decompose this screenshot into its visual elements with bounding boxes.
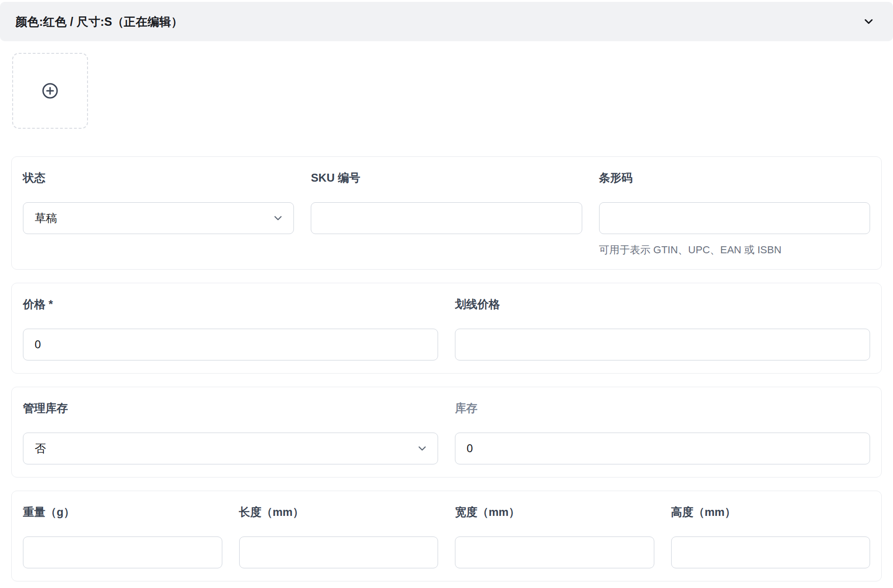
barcode-helper-text: 可用于表示 GTIN、UPC、EAN 或 ISBN <box>599 243 870 257</box>
length-input[interactable] <box>239 537 439 568</box>
manage-stock-select-value: 否 <box>35 441 46 456</box>
sku-field: SKU 编号 <box>311 171 582 257</box>
stock-input[interactable] <box>455 433 870 464</box>
chevron-down-icon[interactable] <box>862 15 875 28</box>
manage-stock-field: 管理库存 否 <box>23 401 438 464</box>
stock-field: 库存 <box>455 401 870 464</box>
width-input[interactable] <box>455 537 654 568</box>
sku-input[interactable] <box>311 202 582 234</box>
barcode-field: 条形码 可用于表示 GTIN、UPC、EAN 或 ISBN <box>599 171 870 257</box>
inventory-card: 管理库存 否 库存 <box>11 387 882 478</box>
price-label: 价格 * <box>23 297 438 311</box>
status-select-value: 草稿 <box>35 211 57 226</box>
stock-label: 库存 <box>455 401 870 415</box>
details-card: 状态 草稿 SKU 编号 条形码 可用于表示 GTIN、UPC、EAN 或 IS… <box>11 156 882 270</box>
height-label: 高度（mm） <box>671 505 871 519</box>
price-field: 价格 * <box>23 297 438 360</box>
barcode-label: 条形码 <box>599 171 870 185</box>
status-select[interactable]: 草稿 <box>23 202 294 234</box>
weight-label: 重量（g） <box>23 505 222 519</box>
barcode-input[interactable] <box>599 202 870 234</box>
height-field: 高度（mm） <box>671 505 871 568</box>
sku-label: SKU 编号 <box>311 171 582 185</box>
chevron-down-icon <box>272 212 284 224</box>
variant-media-row <box>12 53 893 129</box>
pricing-card: 价格 * 划线价格 <box>11 283 882 374</box>
chevron-down-icon <box>416 442 428 455</box>
price-input[interactable] <box>23 329 438 360</box>
compare-at-price-input[interactable] <box>455 329 870 360</box>
width-field: 宽度（mm） <box>455 505 654 568</box>
dimensions-card: 重量（g） 长度（mm） 宽度（mm） 高度（mm） <box>11 491 882 581</box>
manage-stock-label: 管理库存 <box>23 401 438 415</box>
plus-circle-icon <box>42 82 59 99</box>
weight-input[interactable] <box>23 537 222 568</box>
length-field: 长度（mm） <box>239 505 439 568</box>
height-input[interactable] <box>671 537 871 568</box>
compare-at-price-label: 划线价格 <box>455 297 870 311</box>
status-field: 状态 草稿 <box>23 171 294 257</box>
width-label: 宽度（mm） <box>455 505 654 519</box>
manage-stock-select[interactable]: 否 <box>23 433 438 464</box>
variant-title: 颜色:红色 / 尺寸:S（正在编辑） <box>15 14 183 29</box>
compare-at-price-field: 划线价格 <box>455 297 870 360</box>
status-label: 状态 <box>23 171 294 185</box>
length-label: 长度（mm） <box>239 505 439 519</box>
add-image-button[interactable] <box>12 53 88 129</box>
variant-header[interactable]: 颜色:红色 / 尺寸:S（正在编辑） <box>0 2 893 41</box>
weight-field: 重量（g） <box>23 505 222 568</box>
